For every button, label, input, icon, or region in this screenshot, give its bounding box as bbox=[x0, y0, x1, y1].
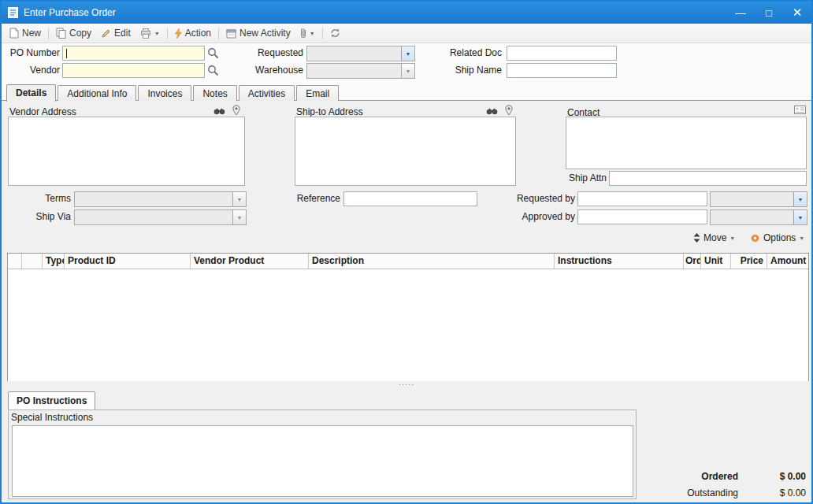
grid-column-row-selector[interactable] bbox=[8, 254, 22, 269]
reference-input[interactable] bbox=[343, 191, 477, 206]
new-activity-button[interactable]: New Activity bbox=[221, 25, 295, 42]
ship-to-address-textarea[interactable] bbox=[295, 117, 516, 186]
tab-notes[interactable]: Notes bbox=[193, 85, 236, 101]
ship-attn-input[interactable] bbox=[609, 171, 807, 186]
related-doc-input[interactable] bbox=[507, 46, 617, 61]
minimize-button[interactable]: — bbox=[726, 2, 755, 24]
toolbar-separator bbox=[218, 28, 219, 39]
requested-label: Requested bbox=[234, 46, 303, 61]
refresh-button[interactable] bbox=[325, 25, 345, 42]
vendor-input[interactable] bbox=[62, 63, 205, 78]
grid-column-status[interactable] bbox=[22, 254, 43, 269]
ship-name-label: Ship Name bbox=[423, 63, 502, 78]
ship-to-lookup-binoculars-icon[interactable] bbox=[486, 107, 498, 115]
ship-via-combo[interactable]: ▼ bbox=[74, 209, 247, 225]
requested-by-input[interactable] bbox=[577, 191, 707, 206]
special-instructions-label: Special Instructions bbox=[11, 412, 93, 423]
new-button[interactable]: New bbox=[5, 25, 46, 42]
action-button[interactable]: Action bbox=[170, 25, 216, 42]
attachments-button[interactable]: ▼ bbox=[295, 25, 320, 42]
grid-column-amount[interactable]: Amount bbox=[767, 254, 808, 269]
grid-body-empty[interactable] bbox=[8, 269, 808, 381]
approved-by-combo[interactable]: ▼ bbox=[710, 209, 807, 225]
grid-header-row: Type Product ID Vendor Product Descripti… bbox=[8, 254, 808, 269]
grid-column-instructions[interactable]: Instructions bbox=[555, 254, 684, 269]
tab-details[interactable]: Details bbox=[6, 84, 56, 102]
toolbar-separator bbox=[322, 28, 323, 39]
outstanding-total-value: $ 0.00 bbox=[738, 487, 806, 499]
bottom-panel: PO Instructions Special Instructions Ord… bbox=[2, 389, 811, 502]
window-controls: — □ ✕ bbox=[726, 2, 811, 24]
copy-button[interactable]: Copy bbox=[51, 25, 96, 42]
close-icon: ✕ bbox=[793, 6, 803, 20]
terms-combo[interactable]: ▼ bbox=[74, 191, 247, 207]
terms-value bbox=[75, 192, 232, 206]
approved-by-dropdown-button[interactable]: ▼ bbox=[793, 210, 807, 224]
warehouse-dropdown-button[interactable]: ▼ bbox=[401, 64, 414, 78]
approved-by-label: Approved by bbox=[494, 209, 575, 224]
detail-tabstrip: Details Additional Info Invoices Notes A… bbox=[6, 83, 340, 101]
grid-column-ord[interactable]: Ord bbox=[684, 254, 701, 269]
grid-column-product-id[interactable]: Product ID bbox=[65, 254, 191, 269]
move-button-label: Move bbox=[703, 232, 726, 243]
grid-column-price[interactable]: Price bbox=[731, 254, 767, 269]
requested-by-combo[interactable]: ▼ bbox=[710, 191, 807, 207]
toolbar: New Copy Edit ▼ Action New Activity ▼ bbox=[2, 24, 811, 43]
warehouse-value bbox=[307, 64, 401, 78]
grid-column-vendor-product[interactable]: Vendor Product bbox=[191, 254, 309, 269]
ship-name-input[interactable] bbox=[507, 63, 617, 78]
special-instructions-textarea[interactable] bbox=[12, 425, 633, 497]
grid-column-type[interactable]: Type bbox=[43, 254, 65, 269]
refresh-icon bbox=[330, 28, 340, 38]
attachments-dropdown-icon[interactable]: ▼ bbox=[310, 31, 315, 36]
contact-textarea[interactable] bbox=[566, 117, 807, 169]
terms-dropdown-button[interactable]: ▼ bbox=[232, 192, 246, 206]
new-activity-button-label: New Activity bbox=[239, 28, 291, 39]
po-number-input[interactable] bbox=[62, 46, 205, 61]
edit-pencil-icon bbox=[101, 28, 111, 39]
approved-by-input[interactable] bbox=[577, 209, 707, 224]
reference-label: Reference bbox=[273, 191, 340, 206]
vendor-address-textarea[interactable] bbox=[8, 117, 245, 186]
grid-column-unit[interactable]: Unit bbox=[701, 254, 731, 269]
move-up-down-icon bbox=[693, 233, 700, 243]
close-button[interactable]: ✕ bbox=[783, 2, 811, 24]
text-cursor bbox=[66, 49, 67, 58]
edit-button-label: Edit bbox=[114, 28, 131, 39]
titlebar[interactable]: Enter Purchase Order — □ ✕ bbox=[2, 2, 811, 24]
minimize-icon: — bbox=[736, 7, 746, 19]
vendor-label: Vendor bbox=[2, 63, 60, 78]
move-button[interactable]: Move ▼ bbox=[690, 230, 738, 246]
po-number-label: PO Number bbox=[2, 46, 60, 61]
options-button[interactable]: Options ▼ bbox=[747, 230, 807, 246]
ship-to-map-pin-icon[interactable] bbox=[505, 105, 513, 116]
maximize-button[interactable]: □ bbox=[755, 2, 783, 24]
requested-by-combo-value bbox=[711, 192, 793, 206]
tab-email[interactable]: Email bbox=[296, 85, 339, 101]
splitter-handle[interactable]: ····· bbox=[2, 381, 811, 389]
tab-activities[interactable]: Activities bbox=[239, 85, 295, 101]
ship-via-dropdown-button[interactable]: ▼ bbox=[232, 210, 246, 224]
edit-button[interactable]: Edit bbox=[96, 25, 136, 42]
vendor-address-map-pin-icon[interactable] bbox=[232, 105, 240, 116]
vendor-address-lookup-binoculars-icon[interactable] bbox=[213, 107, 225, 115]
toolbar-separator bbox=[48, 28, 49, 39]
warehouse-combo[interactable]: ▼ bbox=[306, 63, 415, 79]
contact-card-icon[interactable] bbox=[794, 106, 806, 114]
chevron-down-icon: ▼ bbox=[799, 235, 804, 241]
print-dropdown-icon[interactable]: ▼ bbox=[154, 31, 160, 36]
approved-by-combo-value bbox=[711, 210, 793, 224]
requested-date-combo[interactable]: ▼ bbox=[306, 46, 415, 61]
toolbar-separator bbox=[167, 28, 168, 39]
ship-via-value bbox=[75, 210, 232, 224]
po-number-search-icon[interactable] bbox=[207, 47, 219, 59]
vendor-search-icon[interactable] bbox=[207, 65, 219, 76]
print-button[interactable]: ▼ bbox=[136, 25, 165, 42]
tab-po-instructions[interactable]: PO Instructions bbox=[8, 391, 95, 410]
tab-invoices[interactable]: Invoices bbox=[138, 85, 191, 101]
requested-dropdown-button[interactable]: ▼ bbox=[401, 46, 414, 61]
tab-additional-info[interactable]: Additional Info bbox=[58, 85, 136, 101]
warehouse-label: Warehouse bbox=[234, 63, 303, 78]
grid-column-description[interactable]: Description bbox=[309, 254, 555, 269]
requested-by-dropdown-button[interactable]: ▼ bbox=[793, 192, 807, 206]
